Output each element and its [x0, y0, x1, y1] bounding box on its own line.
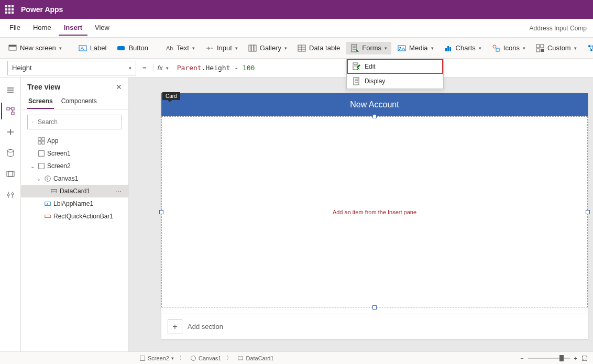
- datatable-label: Data table: [309, 44, 340, 52]
- svg-rect-39: [39, 151, 45, 157]
- chevron-down-icon: ▾: [235, 46, 238, 51]
- resize-handle-right[interactable]: [586, 210, 590, 214]
- forms-label: Forms: [362, 44, 381, 52]
- add-section-icon[interactable]: +: [168, 319, 182, 334]
- tree-node-screen1[interactable]: Screen1: [21, 147, 128, 160]
- ai-builder-button[interactable]: AI Builder▾: [583, 42, 593, 54]
- menu-insert[interactable]: Insert: [59, 20, 87, 36]
- breadcrumb-datacard1[interactable]: DataCard1: [234, 354, 277, 362]
- svg-point-17: [493, 45, 496, 48]
- fx-button[interactable]: fx▾: [153, 64, 173, 72]
- formula-token-member: .Height: [202, 64, 230, 72]
- tree-node-screen2[interactable]: ⌄ Screen2: [21, 160, 128, 172]
- zoom-in[interactable]: +: [574, 355, 577, 361]
- tree-search-input[interactable]: [37, 118, 117, 126]
- forms-icon: [350, 44, 359, 52]
- tree-node-app[interactable]: App: [21, 135, 128, 147]
- chevron-down-icon: ▾: [59, 46, 62, 51]
- menu-file[interactable]: File: [4, 20, 26, 36]
- resize-handle-left[interactable]: [159, 210, 163, 214]
- tree-node-more[interactable]: ···: [115, 187, 125, 195]
- svg-rect-27: [354, 78, 359, 85]
- forms-edit-item[interactable]: Edit: [347, 59, 443, 74]
- resize-handle-top[interactable]: [372, 114, 377, 118]
- equals-sign: =: [136, 64, 153, 72]
- breadcrumb-label: Screen2: [148, 355, 169, 361]
- rail-hamburger[interactable]: [2, 82, 19, 98]
- forms-display-item[interactable]: Display: [347, 74, 443, 89]
- icons-button[interactable]: Icons▾: [488, 42, 530, 54]
- property-dropdown[interactable]: Height ▾: [7, 61, 136, 75]
- datacard-selected[interactable]: Add an item from the Insert pane: [161, 116, 588, 307]
- tree-node-canvas1[interactable]: ⌄ ? Canvas1: [21, 172, 128, 185]
- datatable-button[interactable]: Data table: [293, 42, 344, 54]
- search-icon: [32, 119, 34, 125]
- canvas-area[interactable]: Card New Account Add an item from the In…: [129, 78, 593, 351]
- svg-rect-8: [251, 45, 254, 51]
- media-button[interactable]: Media▾: [393, 42, 437, 54]
- label-icon: A: [44, 200, 51, 207]
- chevron-down-icon: ▾: [166, 65, 169, 71]
- rail-data[interactable]: [2, 145, 19, 161]
- zoom-thumb[interactable]: [559, 355, 564, 361]
- menu-home[interactable]: Home: [28, 20, 57, 36]
- tree-node-label: Canvas1: [53, 175, 78, 182]
- tree-search[interactable]: [27, 115, 122, 129]
- app-launcher-icon[interactable]: [5, 5, 14, 14]
- chevron-down-icon: ▾: [574, 46, 577, 51]
- svg-rect-19: [536, 45, 540, 48]
- chevron-down-icon: ▾: [385, 46, 387, 51]
- new-screen-button[interactable]: New screen▾: [4, 42, 66, 54]
- rail-media[interactable]: [2, 166, 19, 182]
- svg-rect-38: [42, 141, 45, 144]
- chevron-down-icon: ▾: [479, 46, 481, 51]
- breadcrumb-canvas1[interactable]: Canvas1: [187, 354, 224, 362]
- svg-rect-1: [9, 45, 16, 47]
- datacard-icon: [237, 355, 244, 361]
- tree-node-label: DataCard1: [60, 187, 90, 195]
- canvas-screen[interactable]: Card New Account Add an item from the In…: [161, 93, 588, 339]
- rail-advanced-tools[interactable]: [2, 186, 19, 203]
- add-section-row[interactable]: + Add section: [161, 314, 588, 339]
- expand-icon[interactable]: ⌄: [36, 176, 42, 182]
- charts-button[interactable]: Charts▾: [440, 42, 486, 54]
- add-section-label: Add section: [188, 323, 223, 330]
- close-tree-view[interactable]: ✕: [116, 83, 122, 91]
- app-body: Tree view ✕ Screens Components App Scree…: [0, 78, 593, 351]
- zoom-slider[interactable]: [528, 358, 570, 359]
- hamburger-icon: [6, 86, 15, 94]
- tree-node-datacard1[interactable]: DataCard1 ···: [21, 185, 128, 197]
- zoom-out[interactable]: −: [520, 355, 523, 361]
- gallery-button[interactable]: Gallery▾: [244, 42, 291, 54]
- tree-tab-screens[interactable]: Screens: [27, 94, 54, 109]
- resize-handle-bottom[interactable]: [372, 305, 377, 310]
- menu-view[interactable]: View: [90, 20, 115, 36]
- svg-point-6: [209, 48, 210, 49]
- input-button[interactable]: Input▾: [201, 42, 242, 54]
- screen-icon: [38, 150, 45, 157]
- label-button[interactable]: A Label: [74, 42, 111, 54]
- svg-rect-35: [38, 138, 41, 140]
- tree-view-pane: Tree view ✕ Screens Components App Scree…: [21, 78, 129, 351]
- breadcrumb: Screen2 ▾ 〉 Canvas1 〉 DataCard1: [0, 354, 277, 362]
- custom-icon: [536, 44, 544, 52]
- button-button[interactable]: Button: [113, 42, 152, 54]
- button-label: Button: [128, 44, 148, 52]
- tree-node-rectquick[interactable]: RectQuickActionBar1: [21, 210, 128, 223]
- custom-button[interactable]: Custom▾: [532, 42, 581, 54]
- svg-text:Ab: Ab: [166, 45, 173, 51]
- tools-icon: [6, 191, 15, 199]
- text-button[interactable]: Ab Text▾: [161, 42, 199, 54]
- forms-dropdown: Edit Display: [346, 59, 444, 89]
- fit-icon[interactable]: [581, 355, 588, 361]
- media-label: Media: [409, 44, 427, 52]
- tree-node-lblappname1[interactable]: A LblAppName1: [21, 197, 128, 210]
- rail-insert[interactable]: [2, 124, 19, 140]
- card-header[interactable]: Card New Account: [161, 93, 588, 116]
- expand-icon[interactable]: ⌄: [29, 163, 36, 169]
- forms-button[interactable]: Forms▾: [346, 42, 391, 54]
- tree-tab-components[interactable]: Components: [60, 94, 98, 109]
- app-name: Power Apps: [21, 5, 63, 14]
- rail-tree-view[interactable]: [1, 103, 19, 119]
- breadcrumb-screen2[interactable]: Screen2 ▾: [136, 354, 177, 362]
